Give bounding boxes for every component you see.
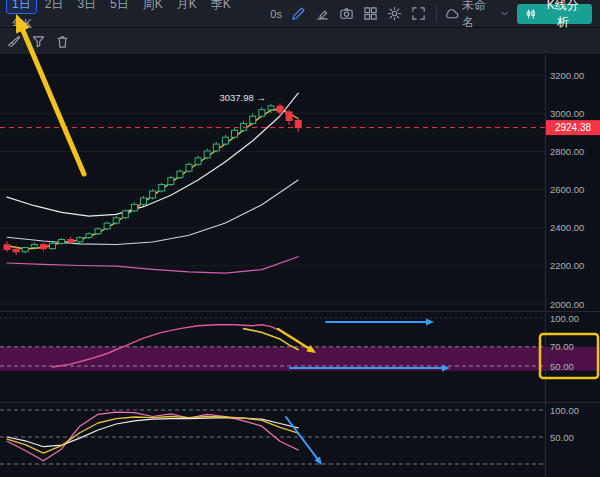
brush-icon[interactable] bbox=[4, 31, 24, 51]
expand-icon[interactable] bbox=[409, 4, 429, 24]
toolbar-separator bbox=[436, 6, 437, 22]
candle-body bbox=[77, 238, 83, 242]
axis-label: 2800.00 bbox=[550, 146, 584, 157]
candlestick-chart[interactable]: 3200.003000.002800.002600.002400.002200.… bbox=[0, 0, 600, 477]
screenshot-icon[interactable] bbox=[337, 4, 357, 24]
timeframe-button-2[interactable]: 2日 bbox=[39, 0, 70, 14]
axis-label: 70.00 bbox=[550, 341, 574, 352]
candle-body bbox=[113, 218, 119, 223]
candle-body bbox=[50, 243, 56, 248]
axis-label: 3000.00 bbox=[550, 108, 584, 119]
timeframe-button-6[interactable]: 月K bbox=[171, 0, 203, 14]
axis-label: 50.00 bbox=[550, 361, 574, 372]
timeframe-button-4[interactable]: 5日 bbox=[104, 0, 135, 14]
axis-label: 50.00 bbox=[550, 432, 574, 443]
axis-label: 2200.00 bbox=[550, 260, 584, 271]
candle-body bbox=[286, 112, 292, 120]
axis-label: 100.00 bbox=[550, 405, 579, 416]
candle-body bbox=[104, 223, 110, 229]
candle-body bbox=[241, 123, 247, 130]
axis-label: 2400.00 bbox=[550, 222, 584, 233]
candle-body bbox=[4, 245, 10, 250]
timeframe-button-3[interactable]: 3日 bbox=[71, 0, 102, 14]
chevron-down-icon bbox=[499, 8, 510, 19]
candle-chart-icon bbox=[525, 8, 537, 20]
toolbar-drawing-tools bbox=[0, 28, 600, 55]
trash-icon[interactable] bbox=[52, 31, 72, 51]
filter-funnel-icon[interactable] bbox=[28, 31, 48, 51]
candle-body bbox=[222, 137, 228, 144]
candle-body bbox=[295, 120, 301, 127]
candle-body bbox=[68, 239, 74, 241]
candle-body bbox=[150, 191, 156, 198]
candle-body bbox=[131, 204, 137, 210]
candle-body bbox=[40, 244, 46, 248]
candle-body bbox=[22, 248, 28, 252]
candle-body bbox=[141, 198, 147, 204]
toolbar-main: 1日2日3日5日周K月K季K年K 0s 未命名 K线分析 bbox=[0, 0, 600, 28]
axis-label: 2600.00 bbox=[550, 184, 584, 195]
candle-body bbox=[259, 110, 265, 116]
candle-body bbox=[195, 158, 201, 164]
axis-label: 100.00 bbox=[550, 313, 579, 324]
layout-grid-icon[interactable] bbox=[361, 4, 381, 24]
candle-body bbox=[186, 164, 192, 171]
svg-text:2924.38: 2924.38 bbox=[555, 122, 592, 133]
candles-group[interactable] bbox=[4, 103, 301, 255]
kline-analysis-button[interactable]: K线分析 bbox=[517, 4, 592, 24]
current-price-tag: 2924.38 bbox=[546, 120, 600, 135]
candle-body bbox=[95, 229, 101, 234]
candle-body bbox=[31, 244, 37, 247]
candle-body bbox=[59, 239, 65, 243]
drawing-icon-group bbox=[289, 4, 429, 24]
toolbar-right-group: 0s 未命名 K线分析 bbox=[270, 0, 594, 31]
candle-body bbox=[277, 106, 283, 112]
candle-body bbox=[232, 130, 238, 137]
candle-body bbox=[268, 106, 274, 110]
axis-label: 2000.00 bbox=[550, 299, 584, 310]
candle-body bbox=[204, 151, 210, 158]
timeframe-button-1[interactable]: 1日 bbox=[6, 0, 37, 14]
timeframe-button-5[interactable]: 周K bbox=[137, 0, 169, 14]
settings-gear-icon[interactable] bbox=[385, 4, 405, 24]
axis-label: 3200.00 bbox=[550, 70, 584, 81]
interval-countdown: 0s bbox=[270, 8, 282, 20]
kdj-d-white bbox=[7, 418, 298, 447]
marker-icon[interactable] bbox=[313, 4, 333, 24]
timeframe-button-7[interactable]: 季K bbox=[205, 0, 237, 14]
candle-body bbox=[168, 178, 174, 185]
ma-slow-pink bbox=[7, 257, 298, 273]
cloud-layout-menu[interactable]: 未命名 bbox=[444, 0, 510, 31]
peak-price-label: 3037.98 → bbox=[219, 92, 265, 103]
kdj-k-yellow bbox=[7, 417, 298, 454]
pencil-icon[interactable] bbox=[289, 4, 309, 24]
candle-body bbox=[250, 116, 256, 123]
candle-body bbox=[122, 211, 128, 218]
layout-name-label: 未命名 bbox=[462, 0, 496, 31]
candle-body bbox=[177, 171, 183, 177]
cloud-icon bbox=[444, 6, 459, 21]
candle-body bbox=[159, 185, 165, 191]
trading-app: 3200.003000.002800.002600.002400.002200.… bbox=[0, 0, 600, 477]
candle-body bbox=[86, 234, 92, 238]
candle-body bbox=[13, 249, 19, 251]
kline-analysis-label: K线分析 bbox=[541, 0, 584, 31]
candle-body bbox=[213, 144, 219, 151]
